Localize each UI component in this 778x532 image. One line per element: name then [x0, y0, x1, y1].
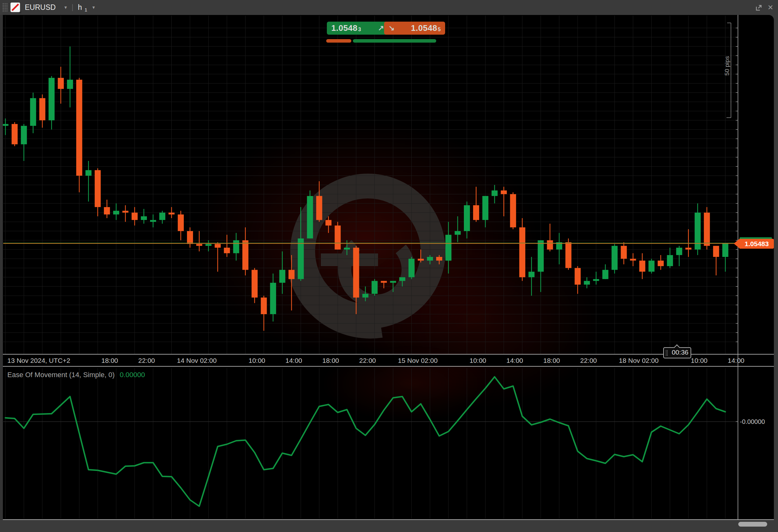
buy-price: 1.0548: [411, 23, 438, 33]
indicator-title[interactable]: Ease Of Movement (14, Simple, 0): [7, 371, 114, 379]
scrollbar-thumb[interactable]: [738, 522, 767, 527]
buy-price-pip: 5: [438, 27, 441, 32]
sentiment-bar-buy: [353, 39, 436, 43]
chart-window: EURUSD ▼ h 1 ▼ ✕ 1.0548 3 ↗ ↘ 1.0548 5 1…: [0, 0, 778, 532]
time-axis-border: [3, 366, 774, 367]
time-axis-label: 10:00: [249, 357, 265, 364]
right-edge: [774, 15, 778, 532]
sell-button[interactable]: 1.0548 3 ↗: [327, 22, 389, 35]
time-axis-label: 14:00: [728, 357, 745, 364]
indicator-line: [5, 377, 725, 506]
candlestick-series: [3, 47, 728, 331]
indicator-value: 0.00000: [120, 371, 145, 379]
toolbar-divider: [72, 4, 73, 11]
timeframe-number[interactable]: 1: [85, 7, 87, 12]
chart-canvas[interactable]: [0, 0, 778, 532]
time-axis-label: 10:00: [691, 357, 708, 364]
bid-price-tag: 1.05483: [734, 239, 774, 249]
timeframe-selector[interactable]: h: [78, 0, 82, 15]
tag-arrow-icon: [734, 239, 740, 248]
time-axis-label: 14 Nov 02:00: [177, 357, 217, 364]
chevron-down-icon[interactable]: ▼: [64, 0, 68, 15]
measure-scale-label: 50 pips: [724, 56, 730, 75]
popout-icon[interactable]: [756, 0, 762, 15]
time-axis-label: 18:00: [543, 357, 560, 364]
bar-countdown[interactable]: 00:36: [663, 347, 691, 358]
chevron-down-icon[interactable]: ▼: [92, 0, 96, 15]
price-axis[interactable]: 1.066501.066001.065501.065001.064501.064…: [738, 15, 774, 354]
time-axis-label: 14:00: [286, 357, 302, 364]
buy-button[interactable]: ↘ 1.0548 5: [384, 22, 445, 35]
time-axis-label: 14:00: [507, 357, 523, 364]
drag-handle-icon: [666, 350, 668, 356]
time-axis-label: 18:00: [101, 357, 118, 364]
time-axis-label: 22:00: [138, 357, 155, 364]
indicator-axis-label: -0.00000: [740, 418, 765, 426]
symbol-icon[interactable]: [10, 3, 20, 12]
spot-price-lines: [3, 243, 737, 243]
left-edge: [0, 15, 3, 532]
time-axis-label: 22:00: [359, 357, 376, 364]
time-axis-label: 15 Nov 02:00: [398, 357, 438, 364]
close-icon[interactable]: ✕: [768, 0, 773, 15]
time-axis-label: 13 Nov 2024, UTC+2: [7, 357, 70, 364]
sentiment-bar-sell: [326, 39, 351, 43]
chart-toolbar: EURUSD ▼ h 1 ▼ ✕: [0, 0, 778, 15]
sell-price-pip: 3: [358, 27, 361, 32]
grid-lines: [3, 16, 737, 519]
horizontal-scrollbar[interactable]: ◀ ▶: [0, 520, 778, 532]
sell-price: 1.0548: [331, 23, 358, 33]
arrow-up-icon: ↗: [378, 24, 384, 32]
indicator-header: Ease Of Movement (14, Simple, 0) 0.00000: [7, 371, 145, 379]
time-axis-label: 18:00: [322, 357, 339, 364]
time-axis-label: 10:00: [470, 357, 486, 364]
arrow-down-icon: ↘: [389, 24, 395, 32]
time-axis[interactable]: 13 Nov 2024, UTC+218:0022:0014 Nov 02:00…: [3, 355, 737, 366]
time-axis-label: 18 Nov 02:00: [619, 357, 659, 364]
time-axis-label: 22:00: [580, 357, 597, 364]
symbol-selector[interactable]: EURUSD: [25, 0, 56, 15]
drag-handle-icon[interactable]: [2, 3, 7, 12]
